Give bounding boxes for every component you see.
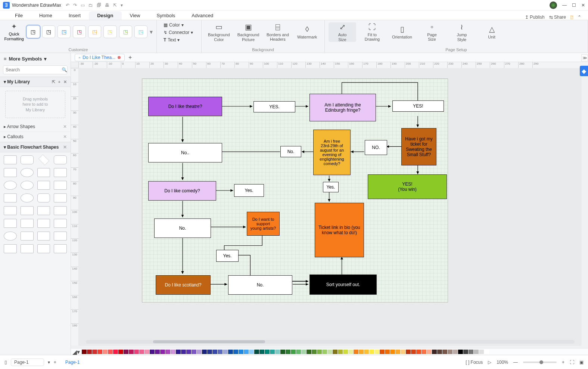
shape-stencil[interactable] — [21, 155, 34, 164]
color-swatch[interactable] — [380, 350, 385, 354]
color-swatch[interactable] — [265, 350, 270, 354]
page-size-button[interactable]: ▫Page Size — [418, 23, 446, 42]
color-swatch[interactable] — [228, 350, 233, 354]
color-swatch[interactable] — [113, 350, 118, 354]
color-swatch[interactable] — [333, 350, 337, 354]
color-swatch[interactable] — [327, 350, 332, 354]
color-swatch[interactable] — [401, 350, 405, 354]
shape-stencil[interactable] — [4, 155, 17, 164]
color-swatch[interactable] — [129, 350, 134, 354]
shape-stencil[interactable] — [54, 193, 67, 202]
color-swatch[interactable] — [207, 350, 212, 354]
color-swatch[interactable] — [291, 350, 296, 354]
color-swatch[interactable] — [212, 350, 217, 354]
qat-button[interactable]: ↷ — [73, 3, 77, 8]
node-sort[interactable]: Sort yourself out. — [309, 275, 377, 295]
my-library-drop-target[interactable]: Drag symbols here to add to My Library — [5, 91, 65, 118]
section-arrow-shapes[interactable]: ▸ Arrow Shapes✕ — [0, 122, 71, 132]
document-tab[interactable]: ▫ Do I Like Thea... — [75, 54, 125, 61]
shape-stencil[interactable] — [54, 155, 67, 164]
shape-stencil[interactable] — [4, 232, 17, 241]
unit-button[interactable]: △Unit — [478, 25, 505, 40]
menu-symbols[interactable]: Symbols — [148, 11, 183, 20]
theme-swatch-8[interactable]: ◳ — [134, 25, 147, 38]
close-icon[interactable]: ✕ — [63, 124, 67, 129]
shape-stencil[interactable] — [4, 244, 17, 253]
color-swatch[interactable] — [354, 350, 358, 354]
shape-stencil[interactable] — [54, 181, 67, 190]
menu-design[interactable]: Design — [89, 11, 121, 20]
color-swatch[interactable] — [448, 350, 452, 354]
shape-stencil[interactable] — [21, 206, 34, 215]
color-swatch[interactable] — [155, 350, 160, 354]
node-no1[interactable]: No.. — [148, 143, 222, 162]
color-swatch[interactable] — [427, 350, 432, 354]
color-swatch[interactable] — [364, 350, 369, 354]
more-symbols-heading[interactable]: More Symbols ▾ — [0, 53, 71, 65]
symbol-search-input[interactable] — [6, 67, 62, 72]
background-color-button[interactable]: ▭Background Color — [205, 22, 233, 42]
close-icon[interactable]: ✕ — [63, 80, 67, 84]
color-swatch[interactable] — [144, 350, 149, 354]
qat-button[interactable]: 🗐 — [97, 3, 101, 8]
close-button[interactable]: ✕ — [581, 3, 585, 8]
section-callouts[interactable]: ▸ Callouts✕ — [0, 132, 71, 142]
shape-stencil[interactable] — [21, 244, 34, 253]
zoom-in-icon[interactable]: + — [562, 360, 564, 365]
theme-swatch-2[interactable]: ◳ — [42, 25, 55, 38]
color-swatch[interactable] — [118, 350, 123, 354]
color-swatch[interactable] — [223, 350, 228, 354]
node-theatre[interactable]: Do I like theatre? — [148, 97, 222, 116]
pages-icon[interactable]: ▯ — [4, 360, 7, 365]
minimize-button[interactable]: — — [562, 3, 567, 8]
qat-button[interactable]: ↶ — [66, 3, 69, 8]
shape-stencil[interactable] — [4, 219, 17, 228]
right-panel-collapse-icon[interactable]: ≫ — [581, 55, 588, 61]
close-icon[interactable]: ✕ — [63, 134, 67, 139]
background-picture-button[interactable]: ▣Background Picture — [235, 22, 262, 42]
quick-formatting-button[interactable]: ✦ Quick Formatting — [4, 22, 24, 41]
node-yes5[interactable]: Yes. — [216, 250, 239, 262]
color-swatch[interactable] — [312, 350, 317, 354]
color-swatch[interactable] — [197, 350, 202, 354]
node-no-inner[interactable]: No. — [280, 146, 301, 157]
color-swatch[interactable] — [317, 350, 322, 354]
color-swatch[interactable] — [244, 350, 249, 354]
zoom-slider[interactable] — [523, 362, 557, 363]
color-swatch[interactable] — [421, 350, 426, 354]
horizontal-scrollbar[interactable] — [86, 340, 575, 344]
color-swatch[interactable] — [239, 350, 243, 354]
auto-size-button[interactable]: ⤢Auto Size — [329, 22, 356, 42]
color-swatch[interactable] — [280, 350, 285, 354]
shape-stencil[interactable] — [21, 168, 34, 177]
node-scotland[interactable]: Do I like scotland? — [156, 275, 211, 295]
color-swatch[interactable] — [103, 350, 108, 354]
shape-stencil[interactable] — [54, 206, 67, 215]
watermark-button[interactable]: ◊Watermark — [293, 25, 321, 40]
connector-menu[interactable]: ↯ Connector ▾ — [164, 30, 197, 35]
node-yes2[interactable]: YES! — [392, 100, 444, 112]
collapse-ribbon-icon[interactable]: ⌃ — [578, 15, 581, 20]
shape-stencil[interactable] — [37, 232, 50, 241]
user-avatar[interactable] — [550, 1, 557, 9]
shape-stencil[interactable] — [54, 244, 67, 253]
color-swatch[interactable] — [249, 350, 254, 354]
qat-button[interactable]: ▭ — [81, 3, 85, 8]
page-selector[interactable]: Page-1 — [11, 359, 44, 366]
node-comedy[interactable]: Do I like comedy? — [148, 181, 216, 201]
export-icon[interactable]: ⇱ — [52, 80, 55, 84]
color-swatch[interactable] — [270, 350, 275, 354]
fit-page-icon[interactable]: ⛶ — [570, 360, 574, 365]
node-no2[interactable]: No. — [154, 218, 211, 238]
color-swatch[interactable] — [369, 350, 374, 354]
color-swatch[interactable] — [463, 350, 468, 354]
color-menu[interactable]: ▦ Color ▾ — [164, 22, 197, 28]
page-link[interactable]: Page-1 — [65, 360, 80, 365]
color-swatch[interactable] — [453, 350, 458, 354]
color-swatch[interactable] — [343, 350, 348, 354]
color-swatch[interactable] — [186, 350, 191, 354]
node-yes3[interactable]: Yes. — [234, 184, 264, 197]
color-swatch[interactable] — [374, 350, 379, 354]
section-basic-flowchart[interactable]: ▾ Basic Flowchart Shapes✕ — [0, 142, 71, 152]
menu-advanced[interactable]: Advanced — [183, 11, 221, 20]
